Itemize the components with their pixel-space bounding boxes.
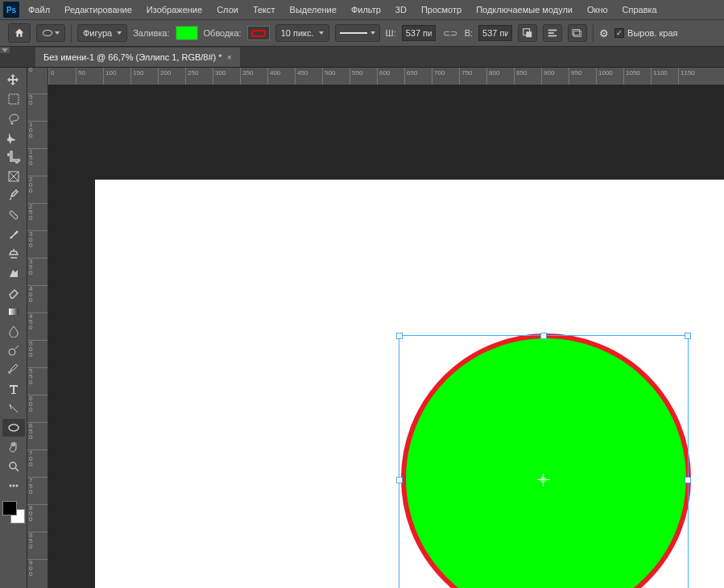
menu-выделение[interactable]: Выделение [283,2,344,18]
svg-rect-3 [548,30,557,31]
tool-lasso[interactable] [2,110,25,127]
tool-frame[interactable] [2,168,25,185]
svg-point-13 [9,424,19,431]
close-tab-icon[interactable]: × [227,52,232,62]
stroke-swatch[interactable] [247,26,270,40]
menu-справка[interactable]: Справка [615,2,664,18]
tool-type[interactable] [2,380,25,398]
tool-history[interactable] [2,264,25,282]
svg-rect-2 [526,31,532,37]
tool-more[interactable] [2,477,25,495]
tool-marquee[interactable] [2,90,25,108]
ruler-horizontal: 0501001502002503003504004505005506006507… [48,68,724,85]
canvas-viewport[interactable] [48,85,724,588]
menu-текст[interactable]: Текст [246,2,283,18]
svg-point-17 [15,485,18,487]
tool-blur[interactable] [2,322,25,340]
tool-eraser[interactable] [2,284,25,301]
menu-просмотр[interactable]: Просмотр [414,2,469,18]
tab-bar: Без имени-1 @ 66,7% (Эллипс 1, RGB/8#) *… [0,47,724,68]
panel-collapse-icon[interactable] [0,47,10,53]
svg-rect-5 [548,35,557,37]
height-label: В: [465,28,473,38]
home-button[interactable] [8,23,31,43]
align-button[interactable] [543,24,562,42]
tool-dodge[interactable] [2,342,25,359]
path-ops-button[interactable] [518,24,537,42]
tool-heal[interactable] [2,206,25,224]
menu-изображение[interactable]: Изображение [139,2,209,18]
tool-path[interactable] [2,400,25,417]
tool-ellipse[interactable] [2,419,25,437]
menu-редактирование[interactable]: Редактирование [57,2,139,18]
width-input[interactable] [402,25,436,41]
menubar: Ps ФайлРедактированиеИзображениеСлоиТекс… [0,0,724,19]
stroke-width-dropdown[interactable]: 10 пикс. [275,24,329,42]
toolbox [0,68,27,588]
tool-zoom[interactable] [2,458,25,475]
tool-preset-selector[interactable] [36,24,65,42]
svg-point-14 [10,462,16,469]
tool-magic[interactable] [2,129,25,147]
menu-слои[interactable]: Слои [209,2,246,18]
mode-dropdown[interactable]: Фигура [77,24,127,42]
fill-swatch[interactable] [176,26,198,40]
svg-rect-11 [9,308,19,315]
tool-hand[interactable] [2,438,25,456]
options-bar: Фигура Заливка: Обводка: 10 пикс. Ш: ⊂⊃ … [0,19,724,47]
gear-icon[interactable]: ⚙ [599,27,609,39]
color-picker-pair[interactable] [2,501,25,524]
document-tab[interactable]: Без имени-1 @ 66,7% (Эллипс 1, RGB/8#) *… [35,48,240,67]
menu-окно[interactable]: Окно [580,2,615,18]
svg-rect-4 [548,32,554,34]
svg-point-15 [9,485,11,487]
svg-rect-10 [9,210,18,219]
svg-point-16 [12,485,14,487]
width-label: Ш: [386,28,396,38]
height-input[interactable] [478,25,512,41]
align-edges-checkbox[interactable]: ✓Выров. края [614,28,677,38]
svg-point-12 [9,349,15,355]
svg-rect-8 [9,94,19,104]
link-wh-icon[interactable]: ⊂⊃ [441,26,459,40]
foreground-swatch[interactable] [2,501,17,516]
arrange-button[interactable] [568,24,587,42]
logo-photoshop: Ps [3,2,19,18]
tool-move[interactable] [2,71,25,89]
tool-crop[interactable] [2,148,25,166]
tool-brush[interactable] [2,226,25,243]
tool-pen[interactable] [2,361,25,379]
document-tab-title: Без имени-1 @ 66,7% (Эллипс 1, RGB/8#) * [43,52,222,62]
menu-3d[interactable]: 3D [388,2,414,18]
menu-подключаемые модули[interactable]: Подключаемые модули [469,2,580,18]
tool-gradient[interactable] [2,303,25,321]
stroke-type-dropdown[interactable] [335,24,380,42]
menu-фильтр[interactable]: Фильтр [344,2,388,18]
ruler-vertical: 0501001502002503003504004505005506006507… [27,68,48,588]
menu-файл[interactable]: Файл [21,2,57,18]
stroke-label: Обводка: [204,28,242,38]
fill-label: Заливка: [133,28,169,38]
tool-eyedropper[interactable] [2,187,25,205]
tool-clone[interactable] [2,245,25,263]
svg-point-0 [43,31,52,36]
